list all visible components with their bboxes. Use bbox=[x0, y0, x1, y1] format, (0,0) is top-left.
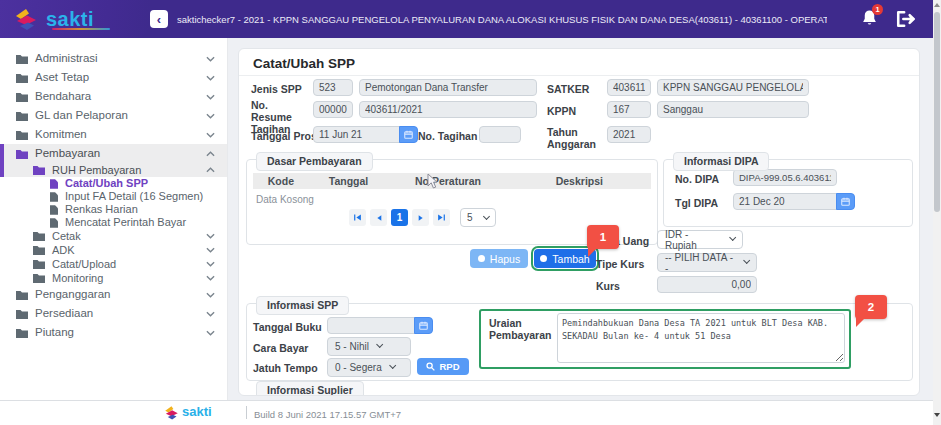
pagination: 1 5 bbox=[349, 208, 496, 227]
kurs-input[interactable] bbox=[657, 276, 757, 293]
pagination-current-page[interactable]: 1 bbox=[391, 209, 408, 226]
calendar-icon bbox=[841, 197, 850, 206]
no-resume-code-input[interactable] bbox=[313, 101, 353, 118]
satker-code-input[interactable] bbox=[607, 79, 651, 96]
mouse-cursor bbox=[425, 173, 439, 189]
folder-icon bbox=[16, 328, 28, 338]
column-kode: Kode bbox=[253, 175, 309, 187]
rpd-button[interactable]: RPD bbox=[417, 358, 469, 375]
tanggal-proses-calendar-button[interactable] bbox=[399, 126, 418, 143]
file-icon bbox=[50, 205, 58, 215]
circle-icon bbox=[478, 255, 485, 262]
no-tagihan-input[interactable] bbox=[479, 126, 521, 143]
column-tanggal: Tanggal bbox=[309, 175, 389, 187]
folder-icon bbox=[16, 309, 28, 319]
page-scrollbar[interactable] bbox=[933, 0, 941, 425]
sidebar-item-catat-ubah-spp[interactable]: Catat/Ubah SPP bbox=[0, 177, 227, 190]
sidebar-item-administrasi[interactable]: Administrasi bbox=[0, 49, 227, 68]
chevron-down-icon bbox=[376, 341, 384, 349]
tgl-dipa-calendar-button[interactable] bbox=[836, 193, 855, 210]
tanggal-buku-calendar-button[interactable] bbox=[414, 317, 433, 334]
pagination-first-button[interactable] bbox=[349, 209, 366, 226]
main-panel: Catat/Ubah SPP Jenis SPP No. Resume Tagi… bbox=[238, 48, 920, 396]
brand-logo[interactable]: sakti bbox=[0, 0, 150, 38]
sidebar-item-persediaan[interactable]: Persediaan bbox=[0, 304, 227, 323]
sidebar-item-cetak[interactable]: Cetak bbox=[0, 229, 227, 243]
folder-icon bbox=[33, 273, 45, 283]
sidebar-item-gl-dan-pelaporan[interactable]: GL dan Pelaporan bbox=[0, 106, 227, 125]
page-title: Catat/Ubah SPP bbox=[253, 56, 355, 71]
sidebar-item-label: Catat/Upload bbox=[52, 259, 116, 270]
page-size-select[interactable]: 5 bbox=[460, 208, 496, 227]
back-icon[interactable]: ‹ bbox=[150, 10, 168, 28]
jenis-spp-code-input[interactable] bbox=[313, 79, 353, 96]
file-icon bbox=[50, 192, 58, 202]
kppn-name-input[interactable] bbox=[657, 101, 809, 118]
jatuh-tempo-select[interactable]: 0 - Segera bbox=[327, 358, 411, 377]
chevron-down-icon bbox=[206, 132, 215, 138]
tambah-label: Tambah bbox=[552, 253, 589, 265]
sidebar-item-aset-tetap[interactable]: Aset Tetap bbox=[0, 68, 227, 87]
tanggal-buku-input[interactable] bbox=[327, 317, 415, 334]
sidebar-item-komitmen[interactable]: Komitmen bbox=[0, 125, 227, 144]
scrollbar-up-icon[interactable] bbox=[934, 3, 940, 7]
sidebar-item-adk[interactable]: ADK bbox=[0, 243, 227, 257]
sidebar-item-piutang[interactable]: Piutang bbox=[0, 323, 227, 342]
jenis-spp-desc-input[interactable] bbox=[359, 79, 537, 96]
folder-icon bbox=[16, 54, 28, 64]
mata-uang-select[interactable]: IDR - Rupiah bbox=[657, 230, 743, 249]
brand-logo-icon bbox=[13, 7, 39, 31]
notifications-button[interactable]: 1 bbox=[860, 8, 882, 30]
chevron-down-icon bbox=[206, 330, 215, 336]
cara-bayar-select[interactable]: 5 - Nihil bbox=[327, 337, 411, 356]
pagination-prev-button[interactable] bbox=[370, 209, 387, 226]
kppn-label: KPPN bbox=[547, 105, 576, 117]
sidebar-item-label: RUH Pembayaran bbox=[52, 165, 141, 176]
tipe-kurs-value: -- PILIH DATA -- bbox=[665, 252, 736, 274]
chevron-up-icon bbox=[206, 167, 215, 173]
sidebar-item-penganggaran[interactable]: Penganggaran bbox=[0, 285, 227, 304]
chevron-down-icon bbox=[206, 56, 215, 62]
sidebar-item-bendahara[interactable]: Bendahara bbox=[0, 87, 227, 106]
mata-uang-value: IDR - Rupiah bbox=[665, 229, 722, 251]
sidebar-item-ruh-pembayaran[interactable]: RUH Pembayaran bbox=[0, 163, 227, 177]
sidebar-item-label: Persediaan bbox=[35, 308, 93, 320]
tanggal-proses-input[interactable] bbox=[313, 126, 400, 143]
sidebar-item-mencatat-perintah-bayar[interactable]: Mencatat Perintah Bayar bbox=[0, 216, 227, 229]
sidebar-item-label: Administrasi bbox=[35, 53, 98, 65]
hapus-button[interactable]: Hapus bbox=[470, 249, 528, 268]
sidebar-item-monitoring[interactable]: Monitoring bbox=[0, 271, 227, 285]
footer-brand-icon bbox=[163, 405, 180, 420]
pagination-last-button[interactable] bbox=[433, 209, 450, 226]
scrollbar-down-icon[interactable] bbox=[934, 413, 940, 417]
sidebar-item-catat-upload[interactable]: Catat/Upload bbox=[0, 257, 227, 271]
scrollbar-thumb[interactable] bbox=[934, 12, 940, 212]
pagination-next-button[interactable] bbox=[412, 209, 429, 226]
tahun-anggaran-input[interactable] bbox=[607, 126, 651, 143]
sidebar-item-renkas-harian[interactable]: Renkas Harian bbox=[0, 203, 227, 216]
tipe-kurs-select[interactable]: -- PILIH DATA -- bbox=[657, 253, 757, 272]
folder-icon bbox=[33, 259, 45, 269]
satker-name-input[interactable] bbox=[657, 79, 809, 96]
uraian-pembayaran-label: Uraian Pembayaran bbox=[489, 317, 551, 341]
cara-bayar-value: 5 - Nihil bbox=[335, 341, 369, 352]
sidebar-item-label: Bendahara bbox=[35, 91, 91, 103]
informasi-spp-legend: Informasi SPP bbox=[256, 296, 349, 315]
tambah-button[interactable]: Tambah bbox=[534, 249, 596, 268]
sidebar: AdministrasiAset TetapBendaharaGL dan Pe… bbox=[0, 38, 228, 400]
chevron-down-icon bbox=[483, 213, 490, 220]
sidebar-item-pembayaran[interactable]: Pembayaran bbox=[0, 144, 227, 163]
tgl-dipa-input[interactable] bbox=[733, 193, 837, 210]
no-resume-value-input[interactable] bbox=[359, 101, 537, 118]
chevron-down-icon bbox=[206, 113, 215, 119]
no-dipa-input[interactable] bbox=[733, 169, 837, 186]
dasar-pembayaran-legend: Dasar Pembayaran bbox=[256, 152, 373, 171]
sidebar-item-input-fa-detail-16-segmen[interactable]: Input FA Detail (16 Segmen) bbox=[0, 190, 227, 203]
sidebar-item-label: ADK bbox=[52, 245, 75, 256]
logout-icon[interactable] bbox=[894, 9, 916, 29]
jatuh-tempo-label: Jatuh Tempo bbox=[253, 362, 318, 374]
kppn-code-input[interactable] bbox=[607, 101, 651, 118]
footer-brand-text: sakti bbox=[182, 404, 212, 419]
tahun-anggaran-label: Tahun Anggaran bbox=[547, 126, 597, 150]
uraian-pembayaran-textarea[interactable]: Pemindahbukuan Dana Desa TA 2021 untuk B… bbox=[557, 313, 845, 363]
